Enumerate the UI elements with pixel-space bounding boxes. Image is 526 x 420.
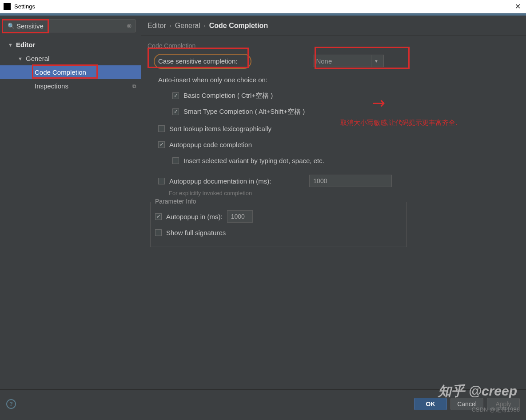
crumb-editor[interactable]: Editor [147,22,166,30]
watermark: CSDN @超哥1986 [471,406,520,414]
tree-editor[interactable]: ▼ Editor [0,38,141,52]
parameter-info-group: Parameter Info Autopopup in (ms): Show f… [150,202,407,247]
watermark: 知乎 @creep [438,382,517,400]
window-title: Settings [14,3,35,10]
expand-icon: ▼ [8,42,13,48]
autopopup-cc-checkbox[interactable] [158,141,165,148]
close-icon[interactable]: ✕ [515,2,521,11]
search-value: Sensitive [16,22,44,30]
tree-code-completion[interactable]: Code Completion [0,65,141,79]
crumb-general[interactable]: General [175,22,200,30]
settings-content: Editor › General › Code Completion Code … [141,16,526,389]
pi-full-sig-checkbox[interactable] [155,229,162,236]
chevron-right-icon: › [170,23,171,29]
autopopup-doc-subtext: For explicitly invoked completion [147,190,520,196]
smart-completion-label: Smart Type Completion ( Alt+Shift+空格 ) [183,108,305,116]
search-icon: 🔍 [8,23,15,29]
basic-completion-checkbox[interactable] [172,92,179,99]
section-title: Code Completion [147,42,520,49]
settings-sidebar: 🔍 Sensitive ⊗ ▼ Editor ▼ General Code Co… [0,16,141,389]
clear-search-icon[interactable]: ⊗ [126,22,133,29]
insert-variant-checkbox[interactable] [172,157,179,164]
pi-full-sig-label: Show full signatures [166,229,226,236]
sort-lookup-label: Sort lookup items lexicographically [169,125,271,132]
insert-variant-label: Insert selected variant by typing dot, s… [183,157,324,164]
sort-lookup-checkbox[interactable] [158,125,165,132]
pi-autopopup-label: Autopopup in (ms): [166,213,223,220]
expand-icon: ▼ [18,56,23,61]
search-input[interactable]: 🔍 Sensitive ⊗ [4,19,136,32]
window-titlebar: Settings ✕ [0,0,526,13]
case-sensitive-label: Case sensitive completion: [158,57,237,65]
autopopup-doc-checkbox[interactable] [158,178,165,184]
chevron-down-icon: ▼ [371,55,381,67]
breadcrumb: Editor › General › Code Completion [141,16,526,36]
tree-inspections[interactable]: Inspections ⧉ [0,79,141,93]
basic-completion-label: Basic Completion ( Ctrl+空格 ) [183,92,273,100]
autopopup-doc-label: Autopopup documentation in (ms): [169,177,271,185]
settings-tree: ▼ Editor ▼ General Code Completion Inspe… [0,36,141,93]
dropdown-value: None [316,57,371,65]
app-logo-icon [4,3,11,10]
case-sensitive-dropdown[interactable]: None ▼ [313,55,384,67]
autopopup-doc-input[interactable] [309,175,392,187]
tree-general[interactable]: ▼ General [0,52,141,65]
pi-autopopup-input[interactable] [227,210,253,223]
annotation-text: 取消大小写敏感,让代码提示更丰富齐全. [340,119,457,127]
smart-completion-checkbox[interactable] [172,108,179,115]
parameter-info-legend: Parameter Info [153,198,198,205]
copy-icon: ⧉ [132,83,136,89]
autopopup-cc-label: Autopopup code completion [169,141,252,148]
pi-autopopup-checkbox[interactable] [155,213,162,220]
crumb-code-completion: Code Completion [209,22,268,30]
chevron-right-icon: › [204,23,206,29]
help-icon[interactable]: ? [6,399,16,409]
auto-insert-label: Auto-insert when only one choice on: [158,76,267,84]
